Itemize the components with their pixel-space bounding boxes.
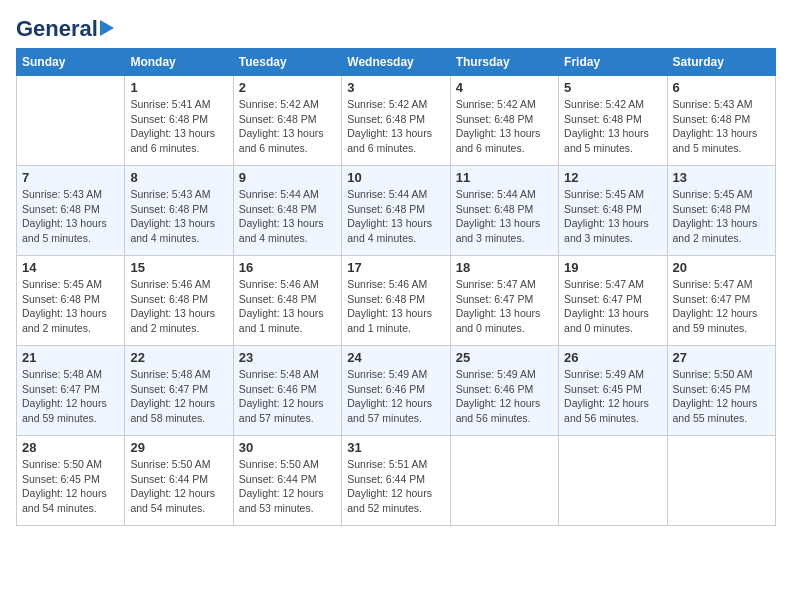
- day-number: 8: [130, 170, 227, 185]
- day-number: 13: [673, 170, 770, 185]
- day-info: Sunrise: 5:49 AMSunset: 6:46 PMDaylight:…: [456, 367, 553, 426]
- calendar-cell: 11Sunrise: 5:44 AMSunset: 6:48 PMDayligh…: [450, 166, 558, 256]
- day-number: 21: [22, 350, 119, 365]
- calendar-cell: 23Sunrise: 5:48 AMSunset: 6:46 PMDayligh…: [233, 346, 341, 436]
- day-number: 22: [130, 350, 227, 365]
- weekday-header-friday: Friday: [559, 49, 667, 76]
- day-info: Sunrise: 5:41 AMSunset: 6:48 PMDaylight:…: [130, 97, 227, 156]
- calendar-cell: 27Sunrise: 5:50 AMSunset: 6:45 PMDayligh…: [667, 346, 775, 436]
- day-info: Sunrise: 5:43 AMSunset: 6:48 PMDaylight:…: [130, 187, 227, 246]
- day-info: Sunrise: 5:47 AMSunset: 6:47 PMDaylight:…: [673, 277, 770, 336]
- day-info: Sunrise: 5:48 AMSunset: 6:46 PMDaylight:…: [239, 367, 336, 426]
- day-number: 29: [130, 440, 227, 455]
- day-info: Sunrise: 5:50 AMSunset: 6:45 PMDaylight:…: [22, 457, 119, 516]
- calendar-cell: 19Sunrise: 5:47 AMSunset: 6:47 PMDayligh…: [559, 256, 667, 346]
- day-number: 3: [347, 80, 444, 95]
- calendar-cell: 17Sunrise: 5:46 AMSunset: 6:48 PMDayligh…: [342, 256, 450, 346]
- day-number: 24: [347, 350, 444, 365]
- calendar-cell: 8Sunrise: 5:43 AMSunset: 6:48 PMDaylight…: [125, 166, 233, 256]
- calendar-cell: 9Sunrise: 5:44 AMSunset: 6:48 PMDaylight…: [233, 166, 341, 256]
- weekday-header-thursday: Thursday: [450, 49, 558, 76]
- calendar-week-row: 7Sunrise: 5:43 AMSunset: 6:48 PMDaylight…: [17, 166, 776, 256]
- calendar-cell: 13Sunrise: 5:45 AMSunset: 6:48 PMDayligh…: [667, 166, 775, 256]
- day-info: Sunrise: 5:42 AMSunset: 6:48 PMDaylight:…: [564, 97, 661, 156]
- day-number: 30: [239, 440, 336, 455]
- day-number: 5: [564, 80, 661, 95]
- day-number: 20: [673, 260, 770, 275]
- calendar-cell: 30Sunrise: 5:50 AMSunset: 6:44 PMDayligh…: [233, 436, 341, 526]
- calendar-cell: 18Sunrise: 5:47 AMSunset: 6:47 PMDayligh…: [450, 256, 558, 346]
- calendar-cell: 3Sunrise: 5:42 AMSunset: 6:48 PMDaylight…: [342, 76, 450, 166]
- day-number: 19: [564, 260, 661, 275]
- day-number: 2: [239, 80, 336, 95]
- calendar-cell: 2Sunrise: 5:42 AMSunset: 6:48 PMDaylight…: [233, 76, 341, 166]
- calendar-cell: 21Sunrise: 5:48 AMSunset: 6:47 PMDayligh…: [17, 346, 125, 436]
- calendar-cell: 31Sunrise: 5:51 AMSunset: 6:44 PMDayligh…: [342, 436, 450, 526]
- calendar-week-row: 21Sunrise: 5:48 AMSunset: 6:47 PMDayligh…: [17, 346, 776, 436]
- day-number: 26: [564, 350, 661, 365]
- weekday-header-saturday: Saturday: [667, 49, 775, 76]
- day-info: Sunrise: 5:47 AMSunset: 6:47 PMDaylight:…: [564, 277, 661, 336]
- calendar-cell: 4Sunrise: 5:42 AMSunset: 6:48 PMDaylight…: [450, 76, 558, 166]
- calendar-cell: [559, 436, 667, 526]
- weekday-header-wednesday: Wednesday: [342, 49, 450, 76]
- calendar-week-row: 28Sunrise: 5:50 AMSunset: 6:45 PMDayligh…: [17, 436, 776, 526]
- day-info: Sunrise: 5:49 AMSunset: 6:46 PMDaylight:…: [347, 367, 444, 426]
- day-info: Sunrise: 5:42 AMSunset: 6:48 PMDaylight:…: [347, 97, 444, 156]
- day-info: Sunrise: 5:44 AMSunset: 6:48 PMDaylight:…: [347, 187, 444, 246]
- day-info: Sunrise: 5:43 AMSunset: 6:48 PMDaylight:…: [22, 187, 119, 246]
- day-info: Sunrise: 5:45 AMSunset: 6:48 PMDaylight:…: [22, 277, 119, 336]
- day-info: Sunrise: 5:43 AMSunset: 6:48 PMDaylight:…: [673, 97, 770, 156]
- weekday-header-tuesday: Tuesday: [233, 49, 341, 76]
- day-info: Sunrise: 5:49 AMSunset: 6:45 PMDaylight:…: [564, 367, 661, 426]
- calendar-cell: 26Sunrise: 5:49 AMSunset: 6:45 PMDayligh…: [559, 346, 667, 436]
- day-info: Sunrise: 5:47 AMSunset: 6:47 PMDaylight:…: [456, 277, 553, 336]
- day-info: Sunrise: 5:46 AMSunset: 6:48 PMDaylight:…: [130, 277, 227, 336]
- calendar-cell: 10Sunrise: 5:44 AMSunset: 6:48 PMDayligh…: [342, 166, 450, 256]
- calendar-cell: 24Sunrise: 5:49 AMSunset: 6:46 PMDayligh…: [342, 346, 450, 436]
- day-number: 9: [239, 170, 336, 185]
- calendar-cell: 20Sunrise: 5:47 AMSunset: 6:47 PMDayligh…: [667, 256, 775, 346]
- calendar-cell: 29Sunrise: 5:50 AMSunset: 6:44 PMDayligh…: [125, 436, 233, 526]
- calendar-cell: 25Sunrise: 5:49 AMSunset: 6:46 PMDayligh…: [450, 346, 558, 436]
- day-number: 18: [456, 260, 553, 275]
- day-number: 11: [456, 170, 553, 185]
- day-number: 7: [22, 170, 119, 185]
- calendar-cell: 5Sunrise: 5:42 AMSunset: 6:48 PMDaylight…: [559, 76, 667, 166]
- day-number: 23: [239, 350, 336, 365]
- day-number: 4: [456, 80, 553, 95]
- weekday-header-row: SundayMondayTuesdayWednesdayThursdayFrid…: [17, 49, 776, 76]
- day-number: 16: [239, 260, 336, 275]
- calendar-cell: 7Sunrise: 5:43 AMSunset: 6:48 PMDaylight…: [17, 166, 125, 256]
- day-info: Sunrise: 5:50 AMSunset: 6:44 PMDaylight:…: [130, 457, 227, 516]
- day-info: Sunrise: 5:42 AMSunset: 6:48 PMDaylight:…: [239, 97, 336, 156]
- logo-arrow-icon: [100, 20, 114, 36]
- calendar-cell: [450, 436, 558, 526]
- day-info: Sunrise: 5:45 AMSunset: 6:48 PMDaylight:…: [564, 187, 661, 246]
- day-info: Sunrise: 5:44 AMSunset: 6:48 PMDaylight:…: [456, 187, 553, 246]
- calendar-table: SundayMondayTuesdayWednesdayThursdayFrid…: [16, 48, 776, 526]
- calendar-cell: [667, 436, 775, 526]
- day-number: 15: [130, 260, 227, 275]
- logo-general: General: [16, 16, 98, 42]
- day-number: 31: [347, 440, 444, 455]
- calendar-cell: 1Sunrise: 5:41 AMSunset: 6:48 PMDaylight…: [125, 76, 233, 166]
- calendar-cell: 15Sunrise: 5:46 AMSunset: 6:48 PMDayligh…: [125, 256, 233, 346]
- day-info: Sunrise: 5:50 AMSunset: 6:45 PMDaylight:…: [673, 367, 770, 426]
- logo: General: [16, 16, 114, 38]
- day-info: Sunrise: 5:44 AMSunset: 6:48 PMDaylight:…: [239, 187, 336, 246]
- day-number: 10: [347, 170, 444, 185]
- calendar-cell: 6Sunrise: 5:43 AMSunset: 6:48 PMDaylight…: [667, 76, 775, 166]
- calendar-week-row: 14Sunrise: 5:45 AMSunset: 6:48 PMDayligh…: [17, 256, 776, 346]
- day-number: 6: [673, 80, 770, 95]
- day-info: Sunrise: 5:45 AMSunset: 6:48 PMDaylight:…: [673, 187, 770, 246]
- calendar-cell: 16Sunrise: 5:46 AMSunset: 6:48 PMDayligh…: [233, 256, 341, 346]
- day-number: 28: [22, 440, 119, 455]
- calendar-cell: 28Sunrise: 5:50 AMSunset: 6:45 PMDayligh…: [17, 436, 125, 526]
- day-info: Sunrise: 5:48 AMSunset: 6:47 PMDaylight:…: [130, 367, 227, 426]
- day-number: 1: [130, 80, 227, 95]
- calendar-cell: 12Sunrise: 5:45 AMSunset: 6:48 PMDayligh…: [559, 166, 667, 256]
- weekday-header-monday: Monday: [125, 49, 233, 76]
- day-info: Sunrise: 5:48 AMSunset: 6:47 PMDaylight:…: [22, 367, 119, 426]
- day-number: 17: [347, 260, 444, 275]
